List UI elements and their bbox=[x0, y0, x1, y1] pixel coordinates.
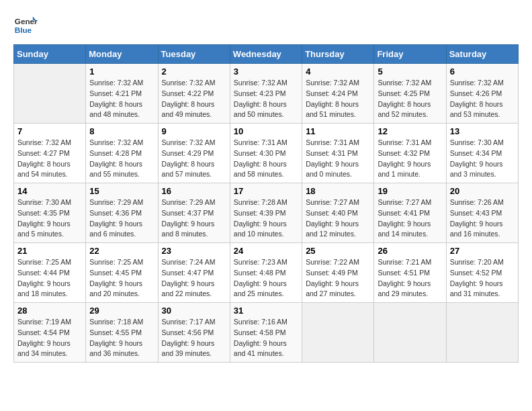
day-info: Sunrise: 7:32 AMSunset: 4:29 PMDaylight:… bbox=[162, 138, 226, 180]
day-info: Sunrise: 7:32 AMSunset: 4:21 PMDaylight:… bbox=[89, 78, 154, 120]
day-number: 29 bbox=[89, 306, 154, 316]
calendar-cell bbox=[446, 303, 518, 363]
calendar-cell: 5Sunrise: 7:32 AMSunset: 4:25 PMDaylight… bbox=[374, 64, 446, 124]
calendar-week-row: 28Sunrise: 7:19 AMSunset: 4:54 PMDayligh… bbox=[14, 303, 519, 363]
calendar-cell: 13Sunrise: 7:30 AMSunset: 4:34 PMDayligh… bbox=[446, 124, 518, 183]
day-info: Sunrise: 7:25 AMSunset: 4:44 PMDaylight:… bbox=[17, 257, 82, 300]
calendar-cell: 11Sunrise: 7:31 AMSunset: 4:31 PMDayligh… bbox=[302, 124, 374, 183]
day-info: Sunrise: 7:26 AMSunset: 4:43 PMDaylight:… bbox=[450, 197, 515, 240]
calendar-cell: 23Sunrise: 7:24 AMSunset: 4:47 PMDayligh… bbox=[158, 243, 230, 303]
day-info: Sunrise: 7:27 AMSunset: 4:40 PMDaylight:… bbox=[306, 197, 370, 240]
calendar-cell: 26Sunrise: 7:21 AMSunset: 4:51 PMDayligh… bbox=[374, 243, 446, 303]
calendar-cell: 2Sunrise: 7:32 AMSunset: 4:22 PMDaylight… bbox=[158, 64, 230, 124]
calendar-cell: 21Sunrise: 7:25 AMSunset: 4:44 PMDayligh… bbox=[14, 243, 86, 303]
calendar-week-row: 7Sunrise: 7:32 AMSunset: 4:27 PMDaylight… bbox=[14, 124, 519, 183]
logo-icon: General Blue bbox=[13, 13, 38, 38]
calendar-cell bbox=[14, 64, 86, 124]
day-number: 22 bbox=[89, 246, 154, 256]
day-number: 5 bbox=[378, 66, 442, 77]
weekday-header: Friday bbox=[374, 45, 446, 64]
calendar-cell: 12Sunrise: 7:31 AMSunset: 4:32 PMDayligh… bbox=[374, 124, 446, 183]
day-info: Sunrise: 7:31 AMSunset: 4:31 PMDaylight:… bbox=[306, 138, 370, 180]
calendar-cell: 9Sunrise: 7:32 AMSunset: 4:29 PMDaylight… bbox=[158, 124, 230, 183]
calendar-cell: 4Sunrise: 7:32 AMSunset: 4:24 PMDaylight… bbox=[302, 64, 374, 124]
day-info: Sunrise: 7:17 AMSunset: 4:56 PMDaylight:… bbox=[162, 317, 226, 359]
day-number: 4 bbox=[306, 66, 370, 77]
day-info: Sunrise: 7:29 AMSunset: 4:37 PMDaylight:… bbox=[162, 197, 226, 240]
day-info: Sunrise: 7:22 AMSunset: 4:49 PMDaylight:… bbox=[306, 257, 370, 300]
day-info: Sunrise: 7:31 AMSunset: 4:30 PMDaylight:… bbox=[234, 138, 298, 180]
day-number: 28 bbox=[17, 306, 82, 316]
day-info: Sunrise: 7:32 AMSunset: 4:22 PMDaylight:… bbox=[162, 78, 226, 120]
day-number: 16 bbox=[162, 186, 226, 196]
calendar-cell: 27Sunrise: 7:20 AMSunset: 4:52 PMDayligh… bbox=[446, 243, 518, 303]
day-number: 6 bbox=[450, 66, 515, 77]
calendar-week-row: 14Sunrise: 7:30 AMSunset: 4:35 PMDayligh… bbox=[14, 183, 519, 243]
day-number: 21 bbox=[17, 246, 82, 256]
day-number: 15 bbox=[89, 186, 154, 196]
weekday-header: Monday bbox=[86, 45, 158, 64]
weekday-header: Wednesday bbox=[230, 45, 302, 64]
day-number: 27 bbox=[450, 246, 515, 256]
day-number: 20 bbox=[450, 186, 515, 196]
weekday-header: Sunday bbox=[14, 45, 86, 64]
weekday-header: Saturday bbox=[446, 45, 518, 64]
day-number: 17 bbox=[234, 186, 298, 196]
calendar-cell: 14Sunrise: 7:30 AMSunset: 4:35 PMDayligh… bbox=[14, 183, 86, 243]
day-info: Sunrise: 7:27 AMSunset: 4:41 PMDaylight:… bbox=[378, 197, 442, 240]
day-info: Sunrise: 7:32 AMSunset: 4:25 PMDaylight:… bbox=[378, 78, 442, 120]
calendar-week-row: 21Sunrise: 7:25 AMSunset: 4:44 PMDayligh… bbox=[14, 243, 519, 303]
day-info: Sunrise: 7:32 AMSunset: 4:27 PMDaylight:… bbox=[17, 138, 82, 180]
svg-text:Blue: Blue bbox=[15, 26, 32, 34]
day-info: Sunrise: 7:32 AMSunset: 4:26 PMDaylight:… bbox=[450, 78, 515, 120]
day-number: 3 bbox=[234, 66, 298, 77]
calendar-cell: 1Sunrise: 7:32 AMSunset: 4:21 PMDaylight… bbox=[86, 64, 158, 124]
day-number: 14 bbox=[17, 186, 82, 196]
calendar-cell: 28Sunrise: 7:19 AMSunset: 4:54 PMDayligh… bbox=[14, 303, 86, 363]
calendar-cell: 29Sunrise: 7:18 AMSunset: 4:55 PMDayligh… bbox=[86, 303, 158, 363]
calendar-cell bbox=[302, 303, 374, 363]
calendar-cell: 10Sunrise: 7:31 AMSunset: 4:30 PMDayligh… bbox=[230, 124, 302, 183]
calendar-cell: 7Sunrise: 7:32 AMSunset: 4:27 PMDaylight… bbox=[14, 124, 86, 183]
day-info: Sunrise: 7:24 AMSunset: 4:47 PMDaylight:… bbox=[162, 257, 226, 300]
calendar-cell: 22Sunrise: 7:25 AMSunset: 4:45 PMDayligh… bbox=[86, 243, 158, 303]
day-number: 24 bbox=[234, 246, 298, 256]
day-info: Sunrise: 7:30 AMSunset: 4:35 PMDaylight:… bbox=[17, 197, 82, 240]
day-info: Sunrise: 7:28 AMSunset: 4:39 PMDaylight:… bbox=[234, 197, 298, 240]
weekday-header: Tuesday bbox=[158, 45, 230, 64]
calendar-cell: 17Sunrise: 7:28 AMSunset: 4:39 PMDayligh… bbox=[230, 183, 302, 243]
calendar-cell: 16Sunrise: 7:29 AMSunset: 4:37 PMDayligh… bbox=[158, 183, 230, 243]
day-number: 19 bbox=[378, 186, 442, 196]
day-number: 31 bbox=[234, 306, 298, 316]
day-number: 11 bbox=[306, 126, 370, 136]
calendar-cell bbox=[374, 303, 446, 363]
day-number: 13 bbox=[450, 126, 515, 136]
day-number: 18 bbox=[306, 186, 370, 196]
calendar-cell: 6Sunrise: 7:32 AMSunset: 4:26 PMDaylight… bbox=[446, 64, 518, 124]
calendar-cell: 19Sunrise: 7:27 AMSunset: 4:41 PMDayligh… bbox=[374, 183, 446, 243]
day-info: Sunrise: 7:21 AMSunset: 4:51 PMDaylight:… bbox=[378, 257, 442, 300]
day-info: Sunrise: 7:23 AMSunset: 4:48 PMDaylight:… bbox=[234, 257, 298, 300]
day-number: 7 bbox=[17, 126, 82, 136]
calendar-week-row: 1Sunrise: 7:32 AMSunset: 4:21 PMDaylight… bbox=[14, 64, 519, 124]
page-header: General Blue bbox=[13, 13, 519, 38]
calendar-cell: 24Sunrise: 7:23 AMSunset: 4:48 PMDayligh… bbox=[230, 243, 302, 303]
day-info: Sunrise: 7:31 AMSunset: 4:32 PMDaylight:… bbox=[378, 138, 442, 180]
day-info: Sunrise: 7:32 AMSunset: 4:23 PMDaylight:… bbox=[234, 78, 298, 120]
day-number: 30 bbox=[162, 306, 226, 316]
calendar-cell: 30Sunrise: 7:17 AMSunset: 4:56 PMDayligh… bbox=[158, 303, 230, 363]
day-number: 1 bbox=[89, 66, 154, 77]
calendar-cell: 25Sunrise: 7:22 AMSunset: 4:49 PMDayligh… bbox=[302, 243, 374, 303]
calendar-cell: 8Sunrise: 7:32 AMSunset: 4:28 PMDaylight… bbox=[86, 124, 158, 183]
day-info: Sunrise: 7:32 AMSunset: 4:24 PMDaylight:… bbox=[306, 78, 370, 120]
day-info: Sunrise: 7:16 AMSunset: 4:58 PMDaylight:… bbox=[234, 317, 298, 359]
day-info: Sunrise: 7:29 AMSunset: 4:36 PMDaylight:… bbox=[89, 197, 154, 240]
day-number: 10 bbox=[234, 126, 298, 136]
day-info: Sunrise: 7:20 AMSunset: 4:52 PMDaylight:… bbox=[450, 257, 515, 300]
day-number: 9 bbox=[162, 126, 226, 136]
day-info: Sunrise: 7:18 AMSunset: 4:55 PMDaylight:… bbox=[89, 317, 154, 359]
calendar-cell: 3Sunrise: 7:32 AMSunset: 4:23 PMDaylight… bbox=[230, 64, 302, 124]
calendar-header: SundayMondayTuesdayWednesdayThursdayFrid… bbox=[14, 45, 519, 64]
calendar-cell: 15Sunrise: 7:29 AMSunset: 4:36 PMDayligh… bbox=[86, 183, 158, 243]
day-number: 2 bbox=[162, 66, 226, 77]
